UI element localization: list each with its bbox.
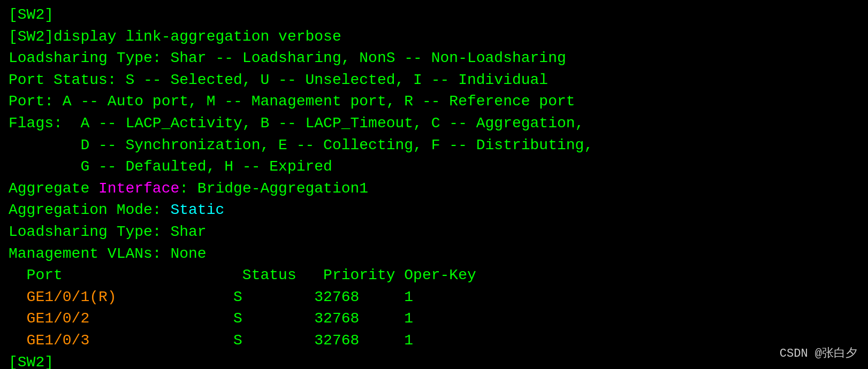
terminal-text: Port Status: S -- Selected, U -- Unselec… (9, 72, 548, 88)
terminal-text: Loadsharing Type: Shar (9, 224, 207, 240)
terminal-text: GE1/0/2 (27, 310, 90, 327)
terminal-line: Management VLANs: None (9, 243, 859, 265)
terminal-text (9, 310, 27, 327)
terminal-text: Static (170, 202, 224, 218)
terminal-text: Loadsharing Type: Shar -- Loadsharing, N… (9, 50, 566, 66)
terminal-text (9, 289, 27, 305)
terminal-line: Loadsharing Type: Shar -- Loadsharing, N… (9, 48, 859, 70)
terminal-text: : Bridge-Aggregation1 (179, 180, 368, 197)
terminal-text: Aggregation Mode: (9, 202, 170, 218)
terminal-line: [SW2]display link-aggregation verbose (9, 26, 859, 48)
terminal-line: Flags: A -- LACP_Activity, B -- LACP_Tim… (9, 113, 859, 135)
terminal-line: GE1/0/2 S 32768 1 (9, 308, 859, 330)
terminal-line: Port: A -- Auto port, M -- Management po… (9, 91, 859, 113)
terminal-line: Port Status Priority Oper-Key (9, 265, 859, 287)
terminal-line: Loadsharing Type: Shar (9, 221, 859, 243)
terminal-line: [SW2] (9, 4, 859, 26)
terminal-text: GE1/0/1(R) (27, 289, 117, 305)
terminal-line: [SW2] (9, 352, 859, 370)
terminal-text: [SW2] (9, 354, 54, 370)
terminal-text: G -- Defaulted, H -- Expired (9, 158, 332, 175)
terminal-text: Interface (98, 180, 179, 197)
terminal-text (9, 332, 27, 349)
terminal-text: [SW2] (9, 6, 54, 23)
watermark: CSDN @张白夕 (780, 345, 857, 363)
terminal-text: D -- Synchronization, E -- Collecting, F… (9, 137, 593, 153)
terminal-line: Port Status: S -- Selected, U -- Unselec… (9, 70, 859, 91)
terminal-text: S 32768 1 (117, 289, 414, 305)
terminal-text: [SW2]display link-aggregation verbose (9, 28, 341, 45)
terminal-line: GE1/0/1(R) S 32768 1 (9, 287, 859, 309)
terminal-text: S 32768 1 (89, 310, 413, 327)
terminal-line: Aggregate Interface: Bridge-Aggregation1 (9, 178, 859, 200)
terminal-text: S 32768 1 (89, 332, 413, 349)
terminal-text: Port Status Priority Oper-Key (9, 267, 476, 283)
terminal-text: Port: A -- Auto port, M -- Management po… (9, 93, 575, 110)
terminal-line: Aggregation Mode: Static (9, 199, 859, 221)
terminal-text: Aggregate (9, 180, 98, 197)
terminal-text: Management VLANs: None (9, 245, 207, 262)
terminal-line: D -- Synchronization, E -- Collecting, F… (9, 135, 859, 157)
terminal-text: Flags: A -- LACP_Activity, B -- LACP_Tim… (9, 115, 584, 132)
terminal-line: G -- Defaulted, H -- Expired (9, 156, 859, 178)
terminal-text: GE1/0/3 (27, 332, 90, 349)
terminal-window: [SW2][SW2]display link-aggregation verbo… (0, 0, 868, 369)
terminal-line: GE1/0/3 S 32768 1 (9, 330, 859, 352)
